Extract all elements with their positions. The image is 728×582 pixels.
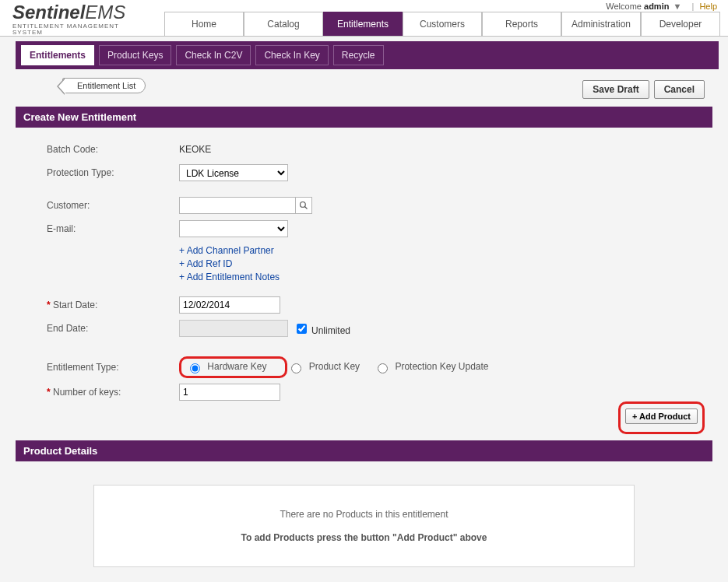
welcome-user: admin xyxy=(644,2,669,11)
customer-input[interactable] xyxy=(179,197,296,214)
highlight-add-product: + Add Product xyxy=(618,401,705,434)
tab-administration[interactable]: Administration xyxy=(561,12,641,36)
email-select[interactable] xyxy=(179,220,288,237)
add-entitlement-notes-link[interactable]: + Add Entitlement Notes xyxy=(179,272,280,282)
customer-search-icon[interactable] xyxy=(295,197,312,214)
customer-label: Customer: xyxy=(47,200,179,211)
protection-type-select[interactable]: LDK License xyxy=(179,164,288,181)
batch-code-label: Batch Code: xyxy=(47,144,179,155)
radio-protection-key-update[interactable]: Protection Key Update xyxy=(374,361,488,373)
welcome-bar: Welcome admin ▼ | Help xyxy=(606,2,717,11)
subtab-entitlements[interactable]: Entitlements xyxy=(21,45,94,65)
subtab-recycle[interactable]: Recycle xyxy=(333,45,384,65)
help-link[interactable]: Help xyxy=(699,2,717,11)
radio-hardware-key[interactable]: Hardware Key xyxy=(186,361,266,372)
num-keys-label: Number of keys: xyxy=(47,387,179,398)
start-date-input[interactable] xyxy=(179,296,280,314)
tab-reports[interactable]: Reports xyxy=(482,12,561,36)
end-date-label: End Date: xyxy=(47,323,179,334)
empty-line1: There are no Products in this entitlemen… xyxy=(110,509,618,520)
radio-product-key[interactable]: Product Key xyxy=(287,361,360,373)
end-date-input xyxy=(179,320,288,337)
tab-home[interactable]: Home xyxy=(164,12,244,36)
svg-line-1 xyxy=(305,207,308,209)
unlimited-checkbox[interactable] xyxy=(297,324,307,334)
breadcrumb-entitlement-list[interactable]: Entitlement List xyxy=(62,78,146,93)
logo: SentinelEMS ENTITLEMENT MANAGEMENT SYSTE… xyxy=(12,3,149,36)
radio-hardware-key-input[interactable] xyxy=(190,363,200,373)
main-tabs: Home Catalog Entitlements Customers Repo… xyxy=(164,12,720,36)
empty-line2: To add Products press the button "Add Pr… xyxy=(110,532,618,543)
subtab-check-in-c2v[interactable]: Check In C2V xyxy=(176,45,251,65)
subtab-check-in-key[interactable]: Check In Key xyxy=(255,45,328,65)
svg-point-0 xyxy=(301,202,306,208)
unlimited-checkbox-label[interactable]: Unlimited xyxy=(294,321,350,336)
product-details-header: Product Details xyxy=(16,440,712,461)
tab-customers[interactable]: Customers xyxy=(403,12,482,36)
add-ref-id-link[interactable]: + Add Ref ID xyxy=(179,258,280,269)
protection-type-label: Protection Type: xyxy=(47,167,179,178)
tab-entitlements[interactable]: Entitlements xyxy=(323,12,403,36)
user-menu-caret-icon[interactable]: ▼ xyxy=(673,2,682,11)
cancel-button[interactable]: Cancel xyxy=(654,80,705,99)
save-draft-button[interactable]: Save Draft xyxy=(582,80,649,99)
add-channel-partner-link[interactable]: + Add Channel Partner xyxy=(179,245,280,256)
tab-developer[interactable]: Developer xyxy=(641,12,720,36)
radio-product-key-input[interactable] xyxy=(291,363,301,373)
subtab-product-keys[interactable]: Product Keys xyxy=(99,45,171,65)
radio-protection-key-update-input[interactable] xyxy=(378,363,388,373)
sub-tab-bar: Entitlements Product Keys Check In C2V C… xyxy=(16,41,719,69)
num-keys-input[interactable] xyxy=(179,384,280,401)
logo-subtitle: ENTITLEMENT MANAGEMENT SYSTEM xyxy=(12,23,149,36)
panel-title-text: Create New Entitlement xyxy=(23,111,136,123)
unlimited-text: Unlimited xyxy=(311,325,350,336)
highlight-hardware-key: Hardware Key xyxy=(179,356,287,378)
tab-catalog[interactable]: Catalog xyxy=(244,12,323,36)
batch-code-value: KEOKE xyxy=(179,144,211,155)
welcome-prefix: Welcome xyxy=(606,2,642,11)
logo-bold: Sentinel xyxy=(12,2,85,23)
product-empty-state: There are no Products in this entitlemen… xyxy=(93,485,635,567)
divider: | xyxy=(691,2,694,11)
entitlement-type-label: Entitlement Type: xyxy=(47,362,179,373)
start-date-label: Start Date: xyxy=(47,300,179,310)
panel-title: Create New Entitlement xyxy=(16,107,712,128)
add-product-button[interactable]: + Add Product xyxy=(625,408,698,424)
email-label: E-mail: xyxy=(47,223,179,234)
logo-thin: EMS xyxy=(85,2,125,23)
